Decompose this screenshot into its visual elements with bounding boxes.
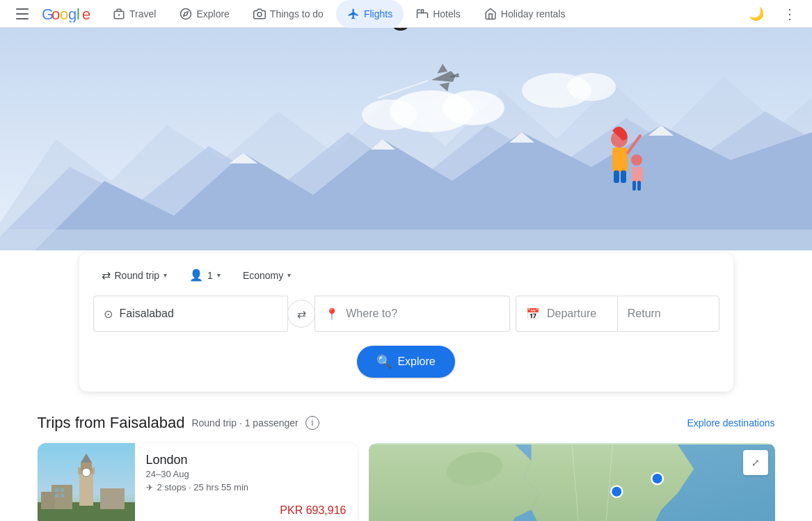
swap-icon: ⇄ [102,268,111,282]
svg-point-42 [82,468,90,476]
class-chevron: ▾ [287,271,291,279]
svg-rect-34 [632,181,636,191]
svg-point-23 [362,99,417,130]
trip-card-stops: ✈ 2 stops · 25 hrs 55 min [146,482,347,492]
date-fields-group: 📅 Departure Return [516,296,719,332]
house-icon [484,8,497,20]
svg-point-8 [181,8,191,19]
trip-type-chevron: ▾ [164,271,167,279]
info-button[interactable]: i [305,416,319,430]
suitcase-icon [113,8,125,20]
trip-type-label: Round trip [115,270,160,281]
nav-tab-holiday-rentals-label: Holiday rentals [501,8,566,19]
nav-tab-flights[interactable]: Flights [336,0,404,28]
svg-text:l: l [77,6,80,22]
destination-input[interactable] [346,307,500,320]
more-options-button[interactable]: ⋮ [776,0,804,28]
svg-text:o: o [51,6,60,22]
swap-arrows-icon: ⇄ [297,307,306,321]
trip-type-button[interactable]: ⇄ Round trip ▾ [93,264,176,286]
trip-card-price: PKR 693,916 [146,504,347,517]
svg-rect-31 [621,170,626,183]
trips-subtitle: Round trip · 1 passenger [191,417,298,428]
page-title: Flights [0,28,812,31]
swap-button[interactable]: ⇄ [287,300,315,328]
nav-tab-things-to-do[interactable]: Things to do [242,0,335,28]
departure-field[interactable]: 📅 Departure [516,296,617,332]
nav-tab-flights-label: Flights [364,8,392,19]
svg-point-25 [567,73,616,101]
trips-title-group: Trips from Faisalabad Round trip · 1 pas… [38,414,319,432]
nav-tab-explore[interactable]: Explore [168,0,240,28]
trip-card-image [38,443,135,521]
origin-input[interactable] [120,307,278,320]
destination-icon: 📍 [325,307,339,321]
search-fields: ⊙ ⇄ 📍 📅 Departure Return [93,296,719,332]
plane-stops-icon: ✈ [146,483,153,492]
dark-mode-button[interactable]: 🌙 [742,0,770,28]
trips-header: Trips from Faisalabad Round trip · 1 pas… [38,414,775,432]
class-button[interactable]: Economy ▾ [234,266,299,285]
svg-text:g: g [68,6,77,22]
explore-button[interactable]: 🔍 Explore [357,346,454,378]
origin-icon: ⊙ [104,307,113,321]
svg-rect-35 [637,181,641,191]
return-field[interactable]: Return [617,296,719,332]
svg-point-55 [611,486,622,497]
explore-destinations-link[interactable]: Explore destinations [687,417,774,428]
svg-rect-45 [41,492,55,509]
compass-icon [180,8,192,20]
svg-text:o: o [60,6,68,22]
google-logo: G o o g l e [42,6,93,22]
trip-card-london[interactable]: London 24–30 Aug ✈ 2 stops · 25 hrs 55 m… [38,443,358,521]
search-icon: 🔍 [376,354,392,369]
camera-icon [253,8,266,20]
hero-section: Flights [0,28,812,250]
hamburger-icon [16,8,29,19]
trip-card-city: London [146,453,347,467]
return-placeholder: Return [628,307,661,320]
class-label: Economy [243,270,283,281]
expand-icon: ⤢ [751,457,760,468]
svg-rect-33 [632,167,643,182]
nav-tabs: Travel Explore Things to do [102,0,576,28]
svg-rect-49 [61,494,64,497]
trips-title: Trips from Faisalabad [38,414,185,432]
svg-point-10 [257,12,262,16]
destination-field[interactable]: 📍 [315,296,510,332]
person-icon: 👤 [189,268,203,282]
svg-rect-48 [55,494,58,497]
calendar-icon: 📅 [526,307,540,321]
top-navigation: G o o g l e Travel Explore [0,0,812,28]
bed-icon [416,8,429,20]
trip-card-dates: 24–30 Aug [146,469,347,479]
nav-tab-holiday-rentals[interactable]: Holiday rentals [473,0,577,28]
dark-mode-icon: 🌙 [749,6,764,22]
trip-card-info: London 24–30 Aug ✈ 2 stops · 25 hrs 55 m… [135,443,358,521]
nav-tab-things-label: Things to do [270,8,324,19]
more-icon: ⋮ [783,6,797,22]
map-card[interactable]: ⤢ [369,443,775,521]
map-expand-button[interactable]: ⤢ [743,450,768,475]
map-svg [369,443,775,521]
trip-card-stops-text: 2 stops · 25 hrs 55 min [157,482,249,492]
passengers-button[interactable]: 👤 1 ▾ [181,264,229,286]
explore-button-label: Explore [397,355,435,368]
svg-marker-9 [184,11,188,15]
svg-rect-47 [61,488,64,492]
search-container: ⇄ Round trip ▾ 👤 1 ▾ Economy ▾ ⊙ [79,253,733,392]
nav-tab-travel-label: Travel [129,8,156,19]
nav-tab-travel[interactable]: Travel [102,0,167,28]
origin-field[interactable]: ⊙ [93,296,289,332]
hamburger-menu[interactable] [8,0,36,28]
svg-rect-30 [614,170,619,183]
svg-rect-11 [422,10,424,13]
nav-tab-explore-label: Explore [196,8,229,19]
svg-rect-46 [55,488,58,492]
nav-tab-hotels-label: Hotels [433,8,461,19]
svg-rect-28 [612,147,628,172]
trips-cards: London 24–30 Aug ✈ 2 stops · 25 hrs 55 m… [38,443,775,521]
nav-tab-hotels[interactable]: Hotels [405,0,472,28]
search-options: ⇄ Round trip ▾ 👤 1 ▾ Economy ▾ [93,264,719,286]
trips-section: Trips from Faisalabad Round trip · 1 pas… [24,414,789,521]
